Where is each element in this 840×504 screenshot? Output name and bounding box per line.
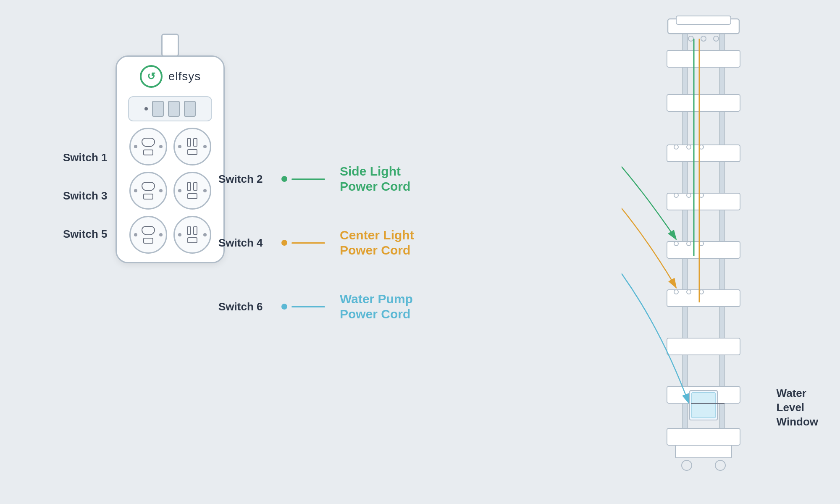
plug-connector: [161, 34, 179, 57]
switch-4-desc: Center Light Power Cord: [333, 228, 414, 258]
water-level-line: [691, 403, 724, 404]
outlet-slot-v: [187, 226, 191, 235]
switch-label-1: Switch 1: [63, 151, 107, 164]
outlet-slot-secondary: [187, 237, 197, 243]
outlets-row-2: [129, 172, 211, 210]
outlet-slot-main: [142, 138, 155, 147]
water-level-text: Water Level Window: [777, 386, 818, 429]
svg-point-18: [715, 460, 725, 470]
outlet-dot: [159, 189, 163, 192]
outlet-dot: [203, 189, 207, 192]
power-strip: ↺ elfsys: [116, 55, 225, 263]
svg-rect-34: [692, 393, 715, 418]
outlet-dot: [178, 233, 181, 236]
usb-port-3: [184, 101, 196, 117]
usb-port-1: [152, 101, 164, 117]
switch-2-label: Switch 2: [218, 173, 273, 186]
outlet-slots: [187, 138, 197, 147]
outlet-slot-v: [193, 226, 197, 235]
outlet-dot: [159, 233, 163, 236]
svg-rect-15: [667, 428, 740, 445]
switch-label-5: Switch 5: [63, 228, 107, 241]
switch-2-dot: [281, 176, 287, 182]
svg-point-4: [688, 36, 693, 41]
outlet-slot-secondary: [187, 193, 197, 199]
switch-6-line: [291, 306, 325, 307]
outlet-slot-secondary: [143, 194, 153, 200]
outlet-slot-main: [142, 182, 155, 191]
right-section: Switch 2 Side Light Power Cord Switch 4 …: [218, 164, 414, 322]
outlet-4: [173, 172, 211, 210]
switch-6-desc-line2: Power Cord: [340, 307, 413, 322]
switch-label-3: Switch 3: [63, 189, 107, 202]
water-level-label: Water Level Window: [777, 386, 818, 429]
switch-6-item: Switch 6 Water Pump Power Cord: [218, 291, 414, 322]
outlet-slot-secondary: [143, 150, 153, 155]
svg-point-5: [701, 36, 706, 41]
switch-4-line: [291, 242, 325, 244]
switch-4-dot: [281, 240, 287, 246]
outlet-dot: [178, 189, 181, 192]
outlet-6: [173, 216, 211, 254]
outlet-slot-v: [193, 138, 197, 147]
outlet-slots: [187, 182, 197, 191]
outlet-2: [173, 128, 211, 165]
outlet-slot-main: [142, 226, 155, 235]
switch-6-desc: Water Pump Power Cord: [333, 291, 413, 322]
outlet-5: [129, 216, 167, 254]
switch-2-desc-line2: Power Cord: [340, 179, 410, 194]
outlet-dot: [134, 189, 137, 192]
switch-4-desc-line1: Center Light: [340, 228, 414, 243]
power-strip-section: Switch 1 Switch 3 Switch 5 ↺ elfsys: [63, 34, 225, 263]
outlet-dot: [178, 145, 181, 148]
usb-row: [128, 96, 212, 121]
outlet-dot: [134, 145, 137, 148]
switch-6-label: Switch 6: [218, 300, 273, 313]
outlets-row-1: [129, 128, 211, 165]
switch-4-item: Switch 4 Center Light Power Cord: [218, 228, 414, 258]
switch-2-desc: Side Light Power Cord: [333, 164, 410, 194]
switch-2-desc-line1: Side Light: [340, 164, 410, 179]
svg-rect-7: [667, 50, 740, 67]
outlet-slots: [187, 226, 197, 235]
switch-labels-left: Switch 1 Switch 3 Switch 5: [63, 34, 107, 241]
svg-rect-3: [676, 16, 731, 24]
outlet-slot-v: [193, 182, 197, 191]
brand-logo: ↺: [140, 65, 163, 88]
outlet-dot: [159, 145, 163, 148]
switch-6-desc-line1: Water Pump: [340, 291, 413, 307]
switch-6-dot: [281, 304, 287, 310]
outlet-slot-secondary: [143, 238, 153, 244]
outlet-slot-secondary: [187, 149, 197, 155]
svg-rect-16: [675, 445, 732, 458]
usb-dot: [144, 107, 148, 110]
brand-row: ↺ elfsys: [140, 65, 201, 88]
main-container: Switch 1 Switch 3 Switch 5 ↺ elfsys: [0, 0, 840, 504]
tower-diagram: [622, 13, 798, 487]
brand-name: elfsys: [168, 70, 201, 83]
outlet-3: [129, 172, 167, 210]
switch-4-desc-line2: Power Cord: [340, 243, 414, 258]
outlet-dot: [203, 233, 207, 236]
outlet-1: [129, 128, 167, 165]
switch-4-label: Switch 4: [218, 236, 273, 249]
outlet-slot-v: [187, 182, 191, 191]
svg-rect-13: [667, 338, 740, 355]
outlet-dot: [134, 233, 137, 236]
switch-2-line: [291, 178, 325, 180]
svg-point-6: [714, 36, 719, 41]
outlet-dot: [203, 145, 207, 148]
svg-point-17: [682, 460, 692, 470]
outlet-slot-v: [187, 138, 191, 147]
switch-2-item: Switch 2 Side Light Power Cord: [218, 164, 414, 194]
outlets-row-3: [129, 216, 211, 254]
usb-port-2: [168, 101, 180, 117]
svg-rect-8: [667, 94, 740, 111]
